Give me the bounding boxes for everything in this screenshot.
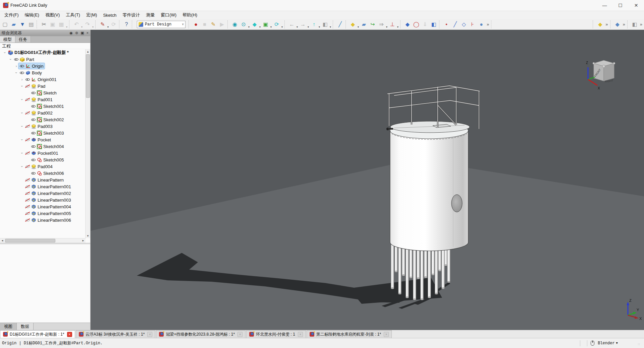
copy-button[interactable]: ▣ [48,20,57,29]
toolbar-overflow-icon[interactable]: » [639,22,643,27]
tree-item-pad003[interactable]: ›Pad003 [0,123,90,130]
tree-vertical-scrollbar[interactable]: ▲ ▼ [85,49,90,238]
create-group-button[interactable]: ▰ [360,20,368,29]
tree-item-sketch004[interactable]: Sketch004 [0,143,90,150]
dropdown-arrow-icon[interactable]: ▾ [81,25,83,28]
solid-tools-button[interactable]: ◆ [596,20,604,29]
nav-back-button[interactable]: ←▾ [287,20,296,29]
view-top-button[interactable]: ↑▾ [310,20,318,29]
tree-item-linearpattern003[interactable]: LinearPattern003 [0,197,90,203]
draw-style-button[interactable]: ▣▾ [261,20,270,29]
tree-item-linearpattern004[interactable]: LinearPattern004 [0,203,90,210]
close-tab-icon[interactable]: × [147,332,152,337]
dropdown-arrow-icon[interactable]: ▾ [319,25,320,28]
scroll-left-arrow-icon[interactable]: ◄ [0,238,5,243]
workbench-selector[interactable]: Part Design∨ [137,21,185,28]
menu-item-9[interactable]: 帮助(H) [179,11,200,19]
document-tab-0[interactable]: D1标DG01#工作井-赵毅新 : 1*× [0,330,75,338]
edit-mode-button[interactable]: ✎▾ [98,20,107,29]
tree-item-pad[interactable]: ›Pad [0,83,90,89]
create-body-button[interactable]: ◆ [403,20,412,29]
document-tab-4[interactable]: 第二标段鹤地水库启闭机室-刘震 : 1*× [307,330,392,338]
view-rotate-button[interactable]: ◧▾ [321,20,329,29]
macro-record-button[interactable]: ● [192,20,200,29]
dropdown-arrow-icon[interactable]: ▾ [397,25,398,28]
tab-data-properties[interactable]: 数据 [17,323,34,330]
menu-item-7[interactable]: 测量 [143,11,158,19]
expander-icon[interactable]: › [20,164,24,169]
scroll-up-arrow-icon[interactable]: ▲ [86,49,90,54]
document-tab-2[interactable]: 冠梁+挡墙参数化2023.8.28-陈鸿标 : 1*× [156,330,246,338]
appearance-tools-button[interactable]: ◧ [630,20,639,29]
macro-play-button[interactable]: ▶ [218,20,226,29]
tree-item-origin001[interactable]: ›Origin001 [0,76,90,83]
dropdown-arrow-icon[interactable]: ▾ [386,25,387,28]
scroll-right-arrow-icon[interactable]: ► [81,238,86,243]
expander-icon[interactable]: › [20,97,24,102]
settings-gear-icon[interactable]: ⊛ [75,31,78,35]
menu-item-3[interactable]: 工具(T) [63,11,83,19]
tree-item-part[interactable]: ›Part [0,56,90,63]
viewport-3d[interactable]: FRONT RIGHT Z X Z Y X [91,30,644,330]
dropdown-arrow-icon[interactable]: ▾ [248,25,250,28]
create-part-button[interactable]: ◆▾ [348,20,357,29]
make-sub-link-button[interactable]: ⇒▾ [377,20,386,29]
dropdown-arrow-icon[interactable]: ▾ [92,25,94,28]
print-button[interactable]: ▤ [27,20,36,29]
expander-icon[interactable]: › [20,151,24,155]
dropdown-arrow-icon[interactable]: ▾ [358,25,359,28]
macro-edit-button[interactable]: ✎ [209,20,218,29]
tree-item-linearpattern001[interactable]: LinearPattern001 [0,183,90,190]
tree-item-linearpattern002[interactable]: LinearPattern002 [0,190,90,197]
tree-item-sketch005[interactable]: Sketch005 [0,156,90,163]
tree-item-linearpattern[interactable]: LinearPattern [0,177,90,183]
float-panel-icon[interactable]: ▣ [80,31,84,35]
dropdown-arrow-icon[interactable]: ▾ [270,25,272,28]
close-tab-icon[interactable]: × [67,332,72,337]
zoom-tools-button[interactable]: ⊙▾ [239,20,248,29]
dropdown-arrow-icon[interactable]: ▾ [281,25,283,28]
dropdown-arrow-icon[interactable]: ▾ [330,25,331,28]
tree-item-pad004[interactable]: ›Pad004 [0,163,90,170]
scroll-down-arrow-icon[interactable]: ▼ [86,233,90,238]
toolbar-overflow-icon[interactable]: » [622,22,626,27]
tree-item-sketch001[interactable]: Sketch001 [0,103,90,110]
menu-item-8[interactable]: 窗口(W) [158,11,179,19]
new-file-button[interactable]: ▢ [1,20,9,29]
create-sketch-button[interactable]: ◯ [412,20,421,29]
redo-button[interactable]: ↷▾ [83,20,92,29]
tree-item-pocket[interactable]: ›Pocket [0,136,90,143]
tree-horizontal-scrollbar[interactable]: ◄ ► [0,238,86,243]
close-tab-icon[interactable]: × [384,332,389,337]
nav-forward-button[interactable]: →▾ [299,20,307,29]
view-sync-button[interactable]: ⟳▾ [272,20,281,29]
toolbar-overflow-icon[interactable]: » [486,22,490,27]
tree-item-d1-dg01-[interactable]: ›D1标DG01#工作井-赵毅新 * [0,49,90,56]
whats-this-button[interactable]: ? [122,20,131,29]
menu-item-1[interactable]: 编辑(E) [22,11,42,19]
draw-polyline-button[interactable]: ◇ [460,20,468,29]
tree-item-sketch003[interactable]: Sketch003 [0,130,90,136]
boolean-tools-button[interactable]: ◆ [613,20,622,29]
dropdown-arrow-icon[interactable]: ▾ [297,25,298,28]
tree-item-linearpattern005[interactable]: LinearPattern005 [0,210,90,217]
maximize-button[interactable]: ☐ [612,0,628,11]
document-tab-3[interactable]: 环北里水间-付俊雯 : 1× [246,330,306,338]
dropdown-arrow-icon[interactable]: ▾ [107,25,109,28]
attach-sketch-button[interactable]: ⇓ [421,20,429,29]
tree-item-body[interactable]: ›Body [0,69,90,76]
open-folder-button[interactable]: ▰ [9,20,18,29]
tree-item-sketch[interactable]: Sketch [0,89,90,96]
fit-all-button[interactable]: ◉ [230,20,239,29]
tree-item-sketch002[interactable]: Sketch002 [0,116,90,123]
menu-item-0[interactable]: 文件(F) [1,11,22,19]
tree-item-sketch006[interactable]: Sketch006 [0,170,90,177]
expander-icon[interactable]: › [14,71,18,75]
draw-line-button[interactable]: ╱ [451,20,460,29]
dropdown-arrow-icon[interactable]: ▾ [259,25,261,28]
document-tab-1[interactable]: 云浮A3标 3#接收沉井-吴玉祥 : 1*× [76,330,156,338]
vertical-scroll-thumb[interactable] [86,54,90,98]
resize-grip[interactable]: ∷ [638,343,643,347]
edit-sketch-ext-button[interactable]: ◧ [429,20,438,29]
navigation-style-selector[interactable]: Blender ▼ [591,341,618,346]
